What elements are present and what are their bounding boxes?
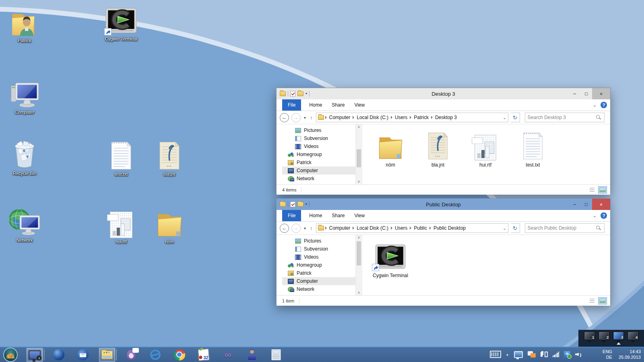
taskbar-win32-app-button[interactable]: 32	[196, 348, 212, 362]
breadcrumb-segment[interactable]: Local Disk (C:)	[355, 225, 390, 231]
maximize-button[interactable]: □	[580, 88, 592, 99]
file-item-nom[interactable]: nöm	[371, 130, 410, 168]
tab-view[interactable]: View	[349, 99, 369, 111]
taskbar-thunderbird-button[interactable]	[75, 348, 91, 362]
breadcrumb-segment[interactable]: Public	[413, 225, 428, 231]
recent-locations-dropdown-icon[interactable]: ▾	[303, 226, 307, 230]
refresh-button[interactable]: ↻	[511, 223, 520, 233]
desktop-icon-computer[interactable]: Computer	[2, 76, 47, 115]
help-icon[interactable]: ?	[601, 102, 607, 108]
clock-date[interactable]: 25.09.2013	[619, 355, 641, 360]
breadcrumb-segment[interactable]: Computer	[328, 115, 352, 120]
desktop-icon-patrick[interactable]: Patrick	[2, 5, 47, 43]
search-icon[interactable]	[596, 226, 601, 230]
thumbnail-view-button[interactable]	[598, 297, 607, 304]
input-language-primary[interactable]: ENG	[603, 349, 612, 354]
breadcrumb[interactable]: Computer Local Disk (C:) Users Public Pu…	[316, 223, 508, 233]
power-tray-icon[interactable]	[541, 351, 548, 358]
tab-share[interactable]: Share	[327, 210, 349, 221]
desktop-icon-cygwin-terminal[interactable]: Cygwin Terminal	[99, 3, 144, 41]
file-item-hui-rtf[interactable]: hui.rtf	[466, 130, 505, 168]
back-button[interactable]: ←	[280, 113, 289, 122]
tray-expand-icon[interactable]: ▲	[506, 353, 509, 356]
desktop-icon-network[interactable]: Network	[2, 204, 47, 243]
tab-home[interactable]: Home	[304, 210, 327, 221]
nav-item-patrick[interactable]: Patrick	[282, 158, 355, 167]
new-folder-button[interactable]	[297, 202, 303, 207]
up-button[interactable]: ↑	[309, 225, 314, 231]
details-view-button[interactable]	[588, 186, 597, 193]
nav-item-pictures[interactable]: Pictures	[282, 126, 355, 134]
nav-scrollbar[interactable]: ∧ ∨	[355, 235, 362, 295]
minimize-button[interactable]: –	[569, 199, 580, 210]
address-dropdown-icon[interactable]: ⌄	[503, 115, 506, 120]
nav-scrollbar[interactable]: ∧ ∨	[355, 124, 362, 184]
tab-file[interactable]: File	[282, 99, 301, 111]
details-view-button[interactable]	[588, 297, 597, 304]
title-bar[interactable]: ▾ Desktop 3 – □ ×	[277, 88, 610, 99]
desktop-icon-recycle-bin[interactable]: Recycle Bin	[2, 138, 47, 176]
taskbar-visual-studio-button[interactable]: ∞	[220, 348, 236, 362]
breadcrumb-segment[interactable]: Public Desktop	[432, 225, 467, 231]
desktop-3-button-active[interactable]: 3	[613, 331, 624, 340]
maximize-button[interactable]: □	[580, 199, 592, 210]
minimize-button[interactable]: –	[569, 88, 580, 99]
thumbnail-view-button[interactable]	[598, 186, 607, 193]
up-button[interactable]: ↑	[309, 115, 314, 121]
input-language-secondary[interactable]: DE	[606, 355, 612, 360]
ribbon-expand-icon[interactable]: ⌄	[593, 213, 597, 218]
ribbon-expand-icon[interactable]: ⌄	[593, 103, 597, 108]
nav-item-computer[interactable]: Computer	[282, 167, 356, 175]
volume-tray-icon[interactable]	[575, 351, 582, 358]
breadcrumb-segment[interactable]: Users	[394, 225, 409, 231]
qat-customize-dropdown-icon[interactable]: ▾	[305, 203, 307, 206]
title-bar[interactable]: ▾ Public Desktop – □ ×	[277, 199, 610, 210]
scroll-up-icon[interactable]: ∧	[356, 125, 362, 129]
new-folder-button[interactable]	[297, 91, 303, 96]
file-item-cygwin-terminal[interactable]: Cygwin Terminal	[371, 241, 410, 278]
scroll-up-icon[interactable]: ∧	[356, 236, 362, 239]
display-tray-icon[interactable]	[514, 351, 523, 358]
messenger-tray-icon[interactable]	[528, 351, 536, 358]
nav-item-network[interactable]: Network	[282, 285, 355, 293]
taskbar-dexpot-button[interactable]: 3	[27, 348, 43, 362]
nav-item-subversion[interactable]: Subversion	[282, 245, 355, 253]
properties-button[interactable]	[290, 91, 295, 97]
desktop-icon-bla-jnt[interactable]: bla.jnt	[147, 138, 192, 177]
scroll-down-icon[interactable]: ∨	[356, 180, 362, 183]
nav-item-network[interactable]: Network	[282, 175, 355, 183]
file-item-test-txt[interactable]: test.txt	[514, 130, 552, 168]
properties-button[interactable]	[290, 202, 295, 207]
start-button[interactable]	[2, 348, 19, 362]
breadcrumb-segment[interactable]: Users	[394, 115, 409, 120]
search-icon[interactable]	[596, 115, 601, 120]
breadcrumb[interactable]: Computer Local Disk (C:) Users Patrick D…	[316, 113, 508, 122]
back-button[interactable]: ←	[280, 224, 289, 233]
taskbar-chrome-button[interactable]	[171, 348, 188, 362]
nav-item-videos[interactable]: Videos	[282, 253, 355, 261]
close-button[interactable]: ×	[592, 88, 610, 99]
taskbar-pidgin-button[interactable]	[123, 348, 139, 362]
nav-item-patrick[interactable]: Patrick	[282, 269, 355, 277]
nav-item-subversion[interactable]: Subversion	[282, 134, 355, 142]
tab-view[interactable]: View	[349, 210, 369, 221]
breadcrumb-segment[interactable]: Desktop 3	[434, 115, 458, 120]
help-icon[interactable]: ?	[601, 212, 607, 219]
network-signal-icon[interactable]	[553, 352, 559, 357]
nav-item-computer[interactable]: Computer	[282, 277, 356, 285]
scrollbar-thumb[interactable]	[357, 241, 361, 265]
close-button[interactable]: ×	[592, 199, 610, 210]
clock-time[interactable]: 14:43	[630, 349, 641, 354]
qat-customize-dropdown-icon[interactable]: ▾	[305, 92, 307, 95]
taskbar-internet-explorer-button[interactable]	[147, 348, 163, 362]
touch-keyboard-icon[interactable]	[490, 351, 501, 358]
taskbar-blue-sphere-button[interactable]	[51, 348, 67, 362]
desktop-icon-nom-folder[interactable]: nöm	[147, 206, 192, 244]
search-input[interactable]	[525, 115, 596, 120]
desktop-icon-test-txt[interactable]: test.txt	[99, 138, 144, 177]
nav-item-homegroup[interactable]: Homegroup	[282, 261, 355, 269]
scrollbar-thumb[interactable]	[357, 149, 361, 167]
recent-locations-dropdown-icon[interactable]: ▾	[303, 115, 307, 120]
forward-button[interactable]: →	[291, 224, 301, 233]
tab-file[interactable]: File	[282, 210, 301, 221]
